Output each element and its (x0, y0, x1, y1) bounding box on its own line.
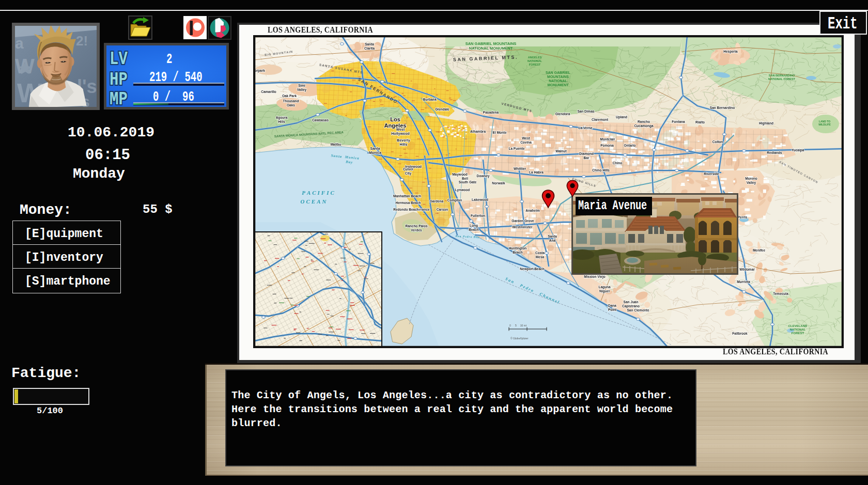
svg-text:2!: 2! (76, 33, 88, 49)
svg-text:a: a (15, 35, 24, 52)
